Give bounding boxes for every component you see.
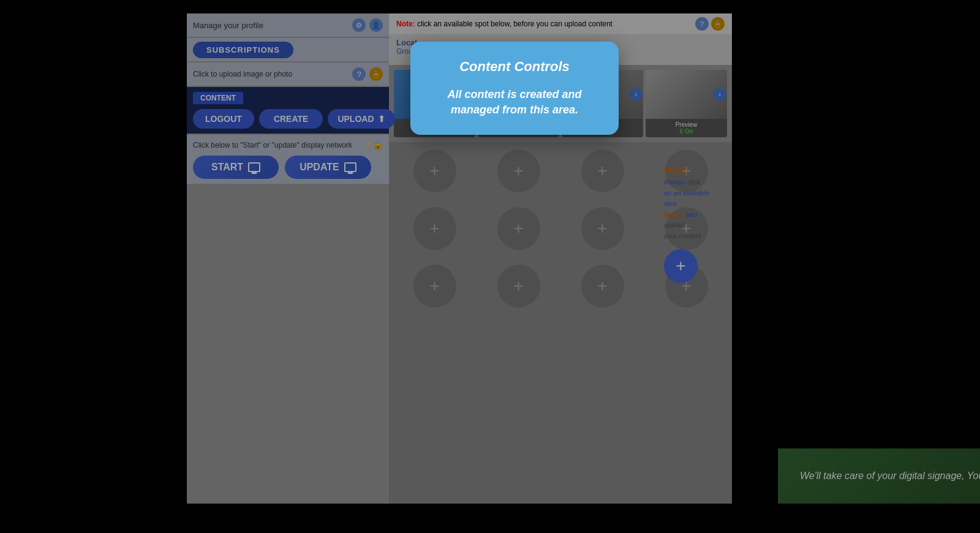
add-slot-10[interactable]: +: [497, 265, 540, 308]
note-bar-text: click an available spot below, before yo…: [417, 20, 612, 28]
update-button-label: UPDATE: [300, 162, 339, 173]
preview-item-4: › Preview 6 On: [646, 70, 727, 137]
content-controls-popup: Content Controls All content is created …: [410, 42, 619, 135]
big-plus-button[interactable]: +: [664, 249, 698, 283]
note-bar-content: Note: click an available spot below, bef…: [396, 20, 612, 28]
popup-body: All content is created and managed from …: [430, 87, 599, 118]
lock-icon[interactable]: 🔒: [372, 140, 383, 151]
your-content-text: your content: [664, 232, 701, 240]
start-button[interactable]: START: [193, 156, 279, 179]
upload-lock-icon[interactable]: 🔒: [369, 67, 383, 81]
preview-status-4: 6 On: [648, 128, 725, 135]
on-an-available-text: on an available: [664, 189, 709, 197]
preview-arrow-3[interactable]: ›: [630, 88, 642, 100]
upload-row: Click to upload image or photo ? 🔒: [187, 62, 389, 86]
add-slot-5[interactable]: +: [413, 207, 456, 250]
upload-button[interactable]: UPLOAD ⬆: [328, 109, 394, 129]
upload-help-icon[interactable]: ?: [352, 67, 366, 81]
logout-button[interactable]: LOGOUT: [193, 109, 254, 129]
start-button-label: START: [211, 162, 243, 173]
note-bar: Note: click an available spot below, bef…: [389, 13, 732, 34]
subscriptions-button[interactable]: SUBSCRIPTIONS: [193, 42, 293, 58]
footer-text: We'll take care of your digital signage,…: [800, 471, 980, 482]
add-slot-9[interactable]: +: [413, 265, 456, 308]
add-slot-1[interactable]: +: [413, 149, 456, 192]
subscriptions-row: SUBSCRIPTIONS: [187, 38, 389, 61]
question-icon[interactable]: ?: [364, 140, 370, 151]
add-slot-6[interactable]: +: [497, 207, 540, 250]
start-update-row: Click below to "Start" or "update" displ…: [187, 135, 389, 184]
add-slot-11[interactable]: +: [581, 265, 624, 308]
monitor-icon: [248, 162, 260, 172]
upload-text: upload: [664, 221, 684, 229]
note-lock-icon[interactable]: 🔒: [711, 17, 725, 31]
monitor-icon-2: [344, 162, 356, 172]
upload-image-label: Click to upload image or photo: [193, 70, 292, 78]
popup-title: Content Controls: [430, 59, 599, 75]
preview-info-4: Preview 6 On: [646, 119, 727, 137]
preview-label-4: Preview: [648, 121, 725, 128]
upload-arrow-icon: ⬆: [378, 114, 385, 124]
start-update-instruction: Click below to "Start" or "update" displ…: [193, 141, 352, 149]
note-help-icon[interactable]: ?: [695, 17, 709, 31]
note-panel-body: Always click on an available spot before…: [664, 177, 725, 242]
start-update-icons: ? 🔒: [364, 140, 383, 151]
you-text: you: [687, 211, 698, 218]
note-label: Note:: [396, 20, 415, 28]
upload-icons: ? 🔒: [352, 67, 383, 81]
left-panel: Manage your profile ⚙ 👤 SUBSCRIPTIONS Cl…: [187, 13, 389, 504]
add-slot-2[interactable]: +: [497, 149, 540, 192]
preview-arrow-4[interactable]: ›: [714, 88, 726, 100]
update-button[interactable]: UPDATE: [285, 156, 371, 179]
content-buttons: LOGOUT CREATE UPLOAD ⬆: [193, 109, 383, 129]
spot-text: spot: [664, 200, 677, 207]
note-bar-icons: ? 🔒: [695, 17, 725, 31]
note-panel: NOTE: Always click on an available spot …: [659, 161, 729, 288]
content-panel: CONTENT LOGOUT CREATE UPLOAD ⬆: [187, 87, 389, 134]
start-update-label-row: Click below to "Start" or "update" displ…: [193, 140, 383, 151]
add-slot-7[interactable]: +: [581, 207, 624, 250]
always-text: Always: [664, 178, 685, 186]
note-panel-title: NOTE:: [664, 165, 725, 175]
manage-profile-row: Manage your profile ⚙ 👤: [187, 13, 389, 37]
add-slot-3[interactable]: +: [581, 149, 624, 192]
top-icons: ⚙ 👤: [352, 18, 383, 32]
footer-area: We'll take care of your digital signage,…: [778, 448, 980, 504]
upload-button-label: UPLOAD: [337, 114, 374, 124]
settings-icon[interactable]: ⚙: [352, 18, 366, 32]
start-update-buttons: START UPDATE: [193, 156, 383, 179]
content-tab[interactable]: CONTENT: [193, 92, 243, 104]
create-button[interactable]: CREATE: [259, 109, 323, 129]
manage-profile-label: Manage your profile: [193, 21, 263, 30]
user-icon[interactable]: 👤: [369, 18, 383, 32]
click-text: click: [687, 178, 700, 186]
before-text: before: [664, 211, 685, 218]
